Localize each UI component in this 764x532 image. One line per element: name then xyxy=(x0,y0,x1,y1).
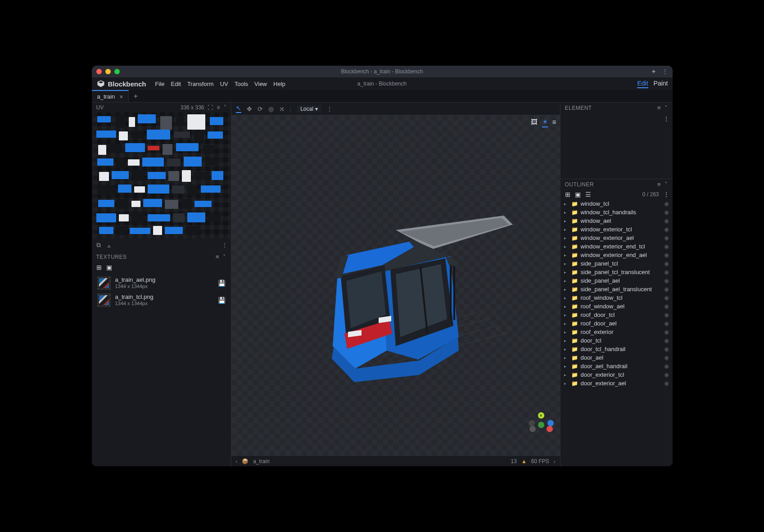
outliner-item[interactable]: ▸📁door_exterior_tcl◉ xyxy=(561,370,673,379)
expand-chevron-icon[interactable]: ▸ xyxy=(564,321,569,326)
outliner-menu-icon[interactable]: ≡ xyxy=(657,181,661,188)
expand-chevron-icon[interactable]: ▸ xyxy=(564,330,569,334)
outliner-item[interactable]: ▸📁roof_door_ael◉ xyxy=(561,319,673,328)
new-tab-button[interactable]: + xyxy=(129,90,142,102)
expand-chevron-icon[interactable]: ▸ xyxy=(564,373,569,377)
outliner-item[interactable]: ▸📁side_panel_tcl_translucent◉ xyxy=(561,268,673,276)
outliner-item[interactable]: ▸📁window_tcl◉ xyxy=(561,199,673,208)
save-texture-icon[interactable]: 💾 xyxy=(218,280,226,287)
menu-help[interactable]: Help xyxy=(273,81,285,87)
visibility-toggle-icon[interactable]: ◉ xyxy=(664,329,669,335)
tool-vertex-snap-icon[interactable]: ⤭ xyxy=(279,105,285,113)
element-menu-icon[interactable]: ≡ xyxy=(657,104,661,111)
visibility-toggle-icon[interactable]: ◉ xyxy=(664,260,669,267)
menu-tools[interactable]: Tools xyxy=(235,81,248,87)
outliner-item[interactable]: ▸📁door_ael_handrail◉ xyxy=(561,362,673,370)
mode-tab-paint[interactable]: Paint xyxy=(654,80,668,88)
expand-chevron-icon[interactable]: ▸ xyxy=(564,244,569,249)
outliner-item[interactable]: ▸📁side_panel_tcl◉ xyxy=(561,259,673,268)
save-texture-icon[interactable]: 💾 xyxy=(218,297,226,304)
outliner-item[interactable]: ▸📁door_exterior_ael◉ xyxy=(561,379,673,388)
visibility-toggle-icon[interactable]: ◉ xyxy=(664,311,669,318)
outliner-tree[interactable]: ▸📁window_tcl◉▸📁window_tcl_handrails◉▸📁wi… xyxy=(561,199,673,466)
gizmo-z-axis[interactable] xyxy=(547,420,554,426)
statusbar-forward-icon[interactable]: › xyxy=(554,459,556,464)
expand-chevron-icon[interactable]: ▸ xyxy=(564,219,569,223)
expand-chevron-icon[interactable]: ▸ xyxy=(564,338,569,343)
orientation-gizmo[interactable]: Y xyxy=(529,412,554,437)
tool-move-icon[interactable]: ↖ xyxy=(236,104,241,113)
gizmo-y-axis[interactable]: Y xyxy=(538,412,544,419)
visibility-toggle-icon[interactable]: ◉ xyxy=(664,346,669,352)
expand-chevron-icon[interactable]: ▸ xyxy=(564,279,569,283)
outliner-item[interactable]: ▸📁door_tcl_handrail◉ xyxy=(561,345,673,353)
add-texture-icon[interactable]: ⊞ xyxy=(96,264,102,271)
shading-icon[interactable]: ☀ xyxy=(542,118,548,127)
minimize-window-button[interactable] xyxy=(105,69,111,74)
expand-chevron-icon[interactable]: ▸ xyxy=(564,287,569,292)
menu-edit[interactable]: Edit xyxy=(171,81,181,87)
expand-chevron-icon[interactable]: ▸ xyxy=(564,253,569,257)
menu-view[interactable]: View xyxy=(254,81,267,87)
outliner-item[interactable]: ▸📁roof_door_tcl◉ xyxy=(561,311,673,319)
viewport-3d[interactable]: 🖼 ☀ ≡ xyxy=(231,115,560,455)
gizmo-neg-axis[interactable] xyxy=(529,420,535,426)
texture-item[interactable]: a_train_tcl.png 1344 x 1344px 💾 xyxy=(95,292,228,309)
toolbar-more-icon[interactable]: ⋮ xyxy=(327,106,331,112)
outliner-item[interactable]: ▸📁window_exterior_ael◉ xyxy=(561,234,673,242)
tool-resize-icon[interactable]: ✥ xyxy=(247,105,252,113)
viewport-menu-icon[interactable]: ≡ xyxy=(552,118,556,127)
add-cube-icon[interactable]: ⊞ xyxy=(565,191,570,198)
outliner-item[interactable]: ▸📁side_panel_ael◉ xyxy=(561,276,673,285)
gizmo-x-axis[interactable] xyxy=(547,426,553,432)
expand-chevron-icon[interactable]: ▸ xyxy=(564,381,569,386)
visibility-toggle-icon[interactable]: ◉ xyxy=(664,226,669,233)
expand-chevron-icon[interactable]: ▸ xyxy=(564,304,569,309)
kebab-menu-icon[interactable]: ⋮ xyxy=(662,68,668,75)
visibility-toggle-icon[interactable]: ◉ xyxy=(664,380,669,387)
tool-pivot-icon[interactable]: ◎ xyxy=(268,105,274,113)
outliner-item[interactable]: ▸📁roof_exterior◉ xyxy=(561,328,673,336)
visibility-toggle-icon[interactable]: ◉ xyxy=(664,209,669,216)
expand-chevron-icon[interactable]: ▸ xyxy=(564,356,569,360)
expand-chevron-icon[interactable]: ▸ xyxy=(564,347,569,352)
visibility-toggle-icon[interactable]: ◉ xyxy=(664,337,669,344)
outliner-item[interactable]: ▸📁door_ael◉ xyxy=(561,353,673,362)
outliner-chevron-down-icon[interactable]: ˅ xyxy=(665,181,668,188)
outliner-item[interactable]: ▸📁door_tcl◉ xyxy=(561,336,673,345)
uv-mirror-icon[interactable]: ⟁ xyxy=(107,242,111,249)
menu-file[interactable]: File xyxy=(155,81,165,87)
expand-chevron-icon[interactable]: ▸ xyxy=(564,313,569,317)
uv-link-icon[interactable]: ⧉ xyxy=(96,241,101,249)
import-texture-icon[interactable]: ▣ xyxy=(106,264,112,271)
outliner-item[interactable]: ▸📁window_ael◉ xyxy=(561,216,673,225)
expand-chevron-icon[interactable]: ▸ xyxy=(564,270,569,275)
toggle-options-icon[interactable]: ☰ xyxy=(585,191,591,198)
gizmo-neg-axis-2[interactable] xyxy=(529,426,536,432)
close-tab-icon[interactable]: × xyxy=(119,93,123,100)
textures-chevron-down-icon[interactable]: ˅ xyxy=(223,253,226,260)
maximize-window-button[interactable] xyxy=(114,69,120,74)
visibility-toggle-icon[interactable]: ◉ xyxy=(664,294,669,301)
screenshot-icon[interactable]: 🖼 xyxy=(531,118,538,127)
tool-rotate-icon[interactable]: ⟳ xyxy=(258,105,263,113)
outliner-item[interactable]: ▸📁roof_window_tcl◉ xyxy=(561,293,673,302)
textures-menu-icon[interactable]: ≡ xyxy=(216,253,219,260)
file-tab[interactable]: a_train × xyxy=(92,90,129,102)
outliner-item[interactable]: ▸📁roof_window_ael◉ xyxy=(561,302,673,311)
add-group-icon[interactable]: ▣ xyxy=(575,191,581,198)
visibility-toggle-icon[interactable]: ◉ xyxy=(664,303,669,310)
uv-canvas[interactable] xyxy=(93,113,230,239)
outliner-item[interactable]: ▸📁window_exterior_end_ael◉ xyxy=(561,251,673,259)
uv-chevron-down-icon[interactable]: ˅ xyxy=(224,104,226,111)
gizmo-center[interactable] xyxy=(538,422,544,428)
visibility-toggle-icon[interactable]: ◉ xyxy=(664,320,669,327)
expand-chevron-icon[interactable]: ▸ xyxy=(564,202,569,206)
visibility-toggle-icon[interactable]: ◉ xyxy=(664,269,669,275)
menu-uv[interactable]: UV xyxy=(220,81,228,87)
texture-item[interactable]: a_train_ael.png 1344 x 1344px 💾 xyxy=(95,275,228,292)
uv-more-icon[interactable]: ⋮ xyxy=(222,242,226,248)
warning-count[interactable]: 13 xyxy=(511,458,517,464)
visibility-toggle-icon[interactable]: ◉ xyxy=(664,354,669,361)
visibility-toggle-icon[interactable]: ◉ xyxy=(664,277,669,284)
